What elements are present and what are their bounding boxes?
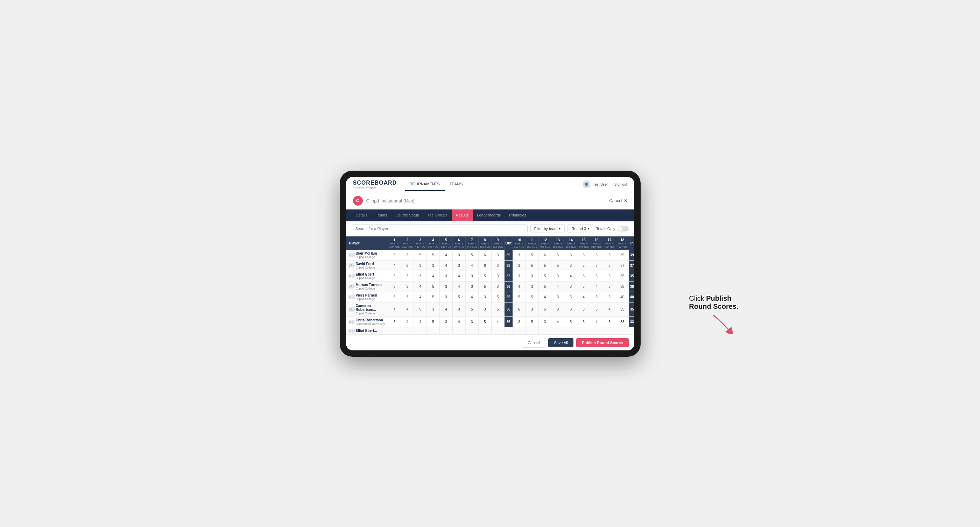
tab-tee-groups[interactable]: Tee Groups: [423, 210, 452, 221]
score-input-5-9[interactable]: [494, 307, 502, 311]
score-input-1-13[interactable]: [554, 264, 562, 268]
score-cell-1-8[interactable]: [478, 260, 491, 271]
score-input-5-17[interactable]: [606, 307, 613, 311]
score-input-4-7[interactable]: [468, 295, 476, 299]
score-input-5-1[interactable]: [390, 307, 398, 311]
score-input-6-10[interactable]: [515, 320, 523, 324]
score-cell-1-5[interactable]: [440, 260, 453, 271]
score-cell-0-13[interactable]: [551, 250, 564, 260]
sign-out-link[interactable]: Sign out: [614, 183, 627, 186]
score-cell-3-11[interactable]: [525, 281, 538, 292]
score-cell-5-6[interactable]: [452, 302, 465, 316]
score-input-2-8[interactable]: [481, 274, 489, 278]
score-input-4-6[interactable]: [455, 295, 463, 299]
score-cell-3-1[interactable]: [388, 281, 401, 292]
score-input-6-15[interactable]: [580, 320, 587, 324]
score-input-4-8[interactable]: [481, 295, 489, 299]
score-cell-6-14[interactable]: [564, 316, 577, 327]
score-cell-1-16[interactable]: [590, 260, 603, 271]
score-cell-0-12[interactable]: [538, 250, 551, 260]
score-cell-0-6[interactable]: [452, 250, 465, 260]
score-cell-0-11[interactable]: [525, 250, 538, 260]
score-cell-2-3[interactable]: [414, 271, 427, 281]
score-cell-5-9[interactable]: [491, 302, 504, 316]
score-cell-5-15[interactable]: [577, 302, 590, 316]
score-input-5-15[interactable]: [580, 307, 587, 311]
score-cell-0-4[interactable]: [427, 250, 440, 260]
score-cell-3-15[interactable]: [577, 281, 590, 292]
score-cell-6-16[interactable]: [590, 316, 603, 327]
score-input-1-2[interactable]: [403, 264, 411, 268]
score-input-1-14[interactable]: [567, 264, 574, 268]
score-input-0-4[interactable]: [429, 253, 437, 257]
filter-dropdown[interactable]: Filter by team ▾: [530, 224, 565, 233]
score-input-0-17[interactable]: [606, 253, 613, 257]
score-cell-3-7[interactable]: [465, 281, 478, 292]
score-cell-1-13[interactable]: [551, 260, 564, 271]
score-cell-5-17[interactable]: [603, 302, 616, 316]
score-cell-4-6[interactable]: [452, 292, 465, 302]
score-input-4-13[interactable]: [554, 295, 562, 299]
score-input-3-12[interactable]: [541, 285, 549, 289]
score-input-2-5[interactable]: [442, 274, 450, 278]
score-input-6-16[interactable]: [593, 320, 600, 324]
score-input-3-5[interactable]: [442, 285, 450, 289]
score-input-5-6[interactable]: [455, 307, 463, 311]
score-input-4-9[interactable]: [494, 295, 502, 299]
score-input-6-11[interactable]: [528, 320, 536, 324]
score-input-1-17[interactable]: [606, 264, 613, 268]
score-cell-3-14[interactable]: [564, 281, 577, 292]
score-cell-5-11[interactable]: [525, 302, 538, 316]
score-cell-6-3[interactable]: [414, 316, 427, 327]
tab-leaderboards[interactable]: Leaderboards: [473, 210, 505, 221]
score-cell-2-12[interactable]: [538, 271, 551, 281]
score-cell-6-6[interactable]: [452, 316, 465, 327]
score-input-3-18[interactable]: [619, 285, 626, 289]
score-input-5-14[interactable]: [567, 307, 574, 311]
score-input-2-9[interactable]: [494, 274, 502, 278]
score-cell-3-4[interactable]: [427, 281, 440, 292]
score-cell-1-17[interactable]: [603, 260, 616, 271]
score-input-0-1[interactable]: [390, 253, 398, 257]
score-input-6-13[interactable]: [554, 320, 562, 324]
score-input-3-13[interactable]: [554, 285, 562, 289]
score-input-5-5[interactable]: [442, 307, 450, 311]
score-cell-5-3[interactable]: [414, 302, 427, 316]
score-input-5-11[interactable]: [528, 307, 536, 311]
score-input-2-2[interactable]: [403, 274, 411, 278]
score-cell-1-7[interactable]: [465, 260, 478, 271]
score-cell-4-8[interactable]: [478, 292, 491, 302]
score-input-3-4[interactable]: [429, 285, 437, 289]
score-cell-3-12[interactable]: [538, 281, 551, 292]
score-cell-1-1[interactable]: [388, 260, 401, 271]
score-input-6-18[interactable]: [619, 320, 626, 324]
score-input-1-1[interactable]: [390, 264, 398, 268]
score-input-4-2[interactable]: [403, 295, 411, 299]
score-cell-1-2[interactable]: [401, 260, 414, 271]
score-input-0-9[interactable]: [494, 253, 502, 257]
score-input-3-6[interactable]: [455, 285, 463, 289]
score-cell-2-14[interactable]: [564, 271, 577, 281]
score-input-2-7[interactable]: [468, 274, 476, 278]
score-cell-4-18[interactable]: [616, 292, 629, 302]
score-cell-5-13[interactable]: [551, 302, 564, 316]
score-input-6-14[interactable]: [567, 320, 574, 324]
score-input-3-15[interactable]: [580, 285, 587, 289]
tab-course-setup[interactable]: Course Setup: [391, 210, 423, 221]
score-cell-0-3[interactable]: [414, 250, 427, 260]
score-cell-4-14[interactable]: [564, 292, 577, 302]
score-cell-3-2[interactable]: [401, 281, 414, 292]
score-input-0-2[interactable]: [403, 253, 411, 257]
score-cell-3-5[interactable]: [440, 281, 453, 292]
score-cell-1-14[interactable]: [564, 260, 577, 271]
score-cell-0-15[interactable]: [577, 250, 590, 260]
score-cell-4-5[interactable]: [440, 292, 453, 302]
score-cell-6-5[interactable]: [440, 316, 453, 327]
score-input-0-13[interactable]: [554, 253, 562, 257]
score-input-1-12[interactable]: [541, 264, 549, 268]
score-input-4-12[interactable]: [541, 295, 549, 299]
score-cell-4-11[interactable]: [525, 292, 538, 302]
score-cell-6-8[interactable]: [478, 316, 491, 327]
score-cell-0-16[interactable]: [590, 250, 603, 260]
nav-teams[interactable]: TEAMS: [445, 178, 468, 191]
